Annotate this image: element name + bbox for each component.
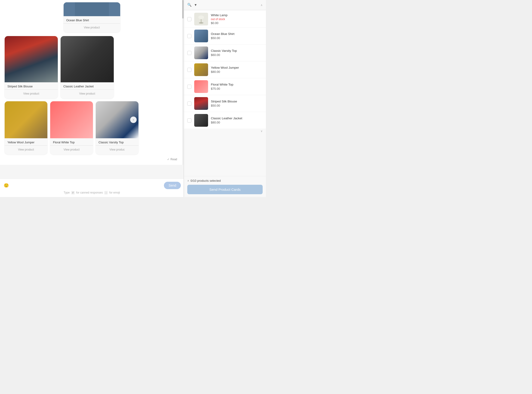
chat-empty-space <box>0 165 184 179</box>
card-divider-2 <box>5 89 58 90</box>
next-button[interactable]: › <box>130 117 137 123</box>
card-divider-3 <box>61 89 114 90</box>
product-card-leather-jacket: Classic Leather Jacket View product <box>61 36 114 98</box>
product-panel: 🔍 ▼ ∧ White Lamp out of stock <box>184 0 266 197</box>
leather-jacket-info-panel: Classic Leather Jacket $80.00 <box>211 117 263 124</box>
product-card-yellow-jumper: Yellow Wool Jumper View product <box>5 101 47 155</box>
product-row-2: Yellow Wool Jumper View product Floral W… <box>5 101 179 155</box>
striped-blouse-title: Striped Silk Blouse <box>7 85 55 88</box>
input-row: 🙂 Send <box>3 181 181 190</box>
leather-jacket-name: Classic Leather Jacket <box>211 117 263 120</box>
emoji-button[interactable]: 🙂 <box>3 182 10 189</box>
product-card-striped-blouse: Striped Silk Blouse View product <box>5 36 58 98</box>
lamp-svg <box>194 13 208 26</box>
search-icon[interactable]: 🔍 <box>187 3 192 7</box>
send-button[interactable]: Send <box>164 182 181 189</box>
white-lamp-name: White Lamp <box>211 13 263 17</box>
varsity-info: Classic Varsity Top $60.00 <box>211 49 263 57</box>
varsity-price: $60.00 <box>211 53 263 57</box>
varsity-top-view[interactable]: View produc <box>98 147 136 153</box>
product-row-1: Striped Silk Blouse View product Classic… <box>5 36 179 98</box>
checkbox-yellow-jumper[interactable] <box>187 68 191 72</box>
leather-jacket-price: $80.00 <box>211 121 263 124</box>
panel-footer: ∧ 0/10 products selected Send Product Ca… <box>184 176 266 197</box>
thumb-white-lamp <box>194 13 208 26</box>
checkbox-floral-top[interactable] <box>187 85 191 89</box>
thumb-varsity <box>194 47 208 59</box>
striped-blouse-price: $50.00 <box>211 104 263 107</box>
ocean-shirt-info: Ocean Blue Shirt $50.00 <box>211 32 263 40</box>
ocean-shirt-view-partial[interactable]: View product <box>66 25 118 31</box>
product-list[interactable]: White Lamp out of stock $0.00 Ocean Blue… <box>184 10 266 176</box>
product-card-varsity-top: › Classic Varsity Top View produc <box>96 101 139 155</box>
varsity-top-title: Classic Varsity Top <box>98 140 136 144</box>
leather-jacket-info: Classic Leather Jacket View product <box>61 82 114 98</box>
hash-code: # <box>71 191 75 194</box>
yellow-jumper-image <box>5 101 47 138</box>
card-divider-6 <box>96 145 139 146</box>
striped-blouse-info: Striped Silk Blouse View product <box>5 82 58 98</box>
card-divider-5 <box>50 145 93 146</box>
chat-panel: Ocean Blue Shirt View product Striped Si… <box>0 0 184 197</box>
thumb-floral-top <box>194 80 208 93</box>
striped-blouse-info-panel: Striped Silk Blouse $50.00 <box>211 100 263 107</box>
list-item-yellow-jumper[interactable]: Yellow Wool Jumper $80.00 <box>184 62 266 78</box>
checkbox-varsity[interactable] <box>187 51 191 55</box>
list-item-floral-top[interactable]: Floral White Top $75.00 <box>184 78 266 95</box>
checkbox-striped-blouse[interactable] <box>187 102 191 106</box>
chat-scroll-thumb[interactable] <box>182 0 184 19</box>
varsity-name: Classic Varsity Top <box>211 49 263 52</box>
checkbox-leather-jacket[interactable] <box>187 118 191 123</box>
svg-point-1 <box>198 16 204 19</box>
canned-hint: Type # for canned responses : for emoji <box>3 190 181 195</box>
list-scroll-down[interactable]: ∨ <box>184 129 266 133</box>
colon-code: : <box>104 191 108 194</box>
leather-jacket-image <box>61 36 114 82</box>
ocean-shirt-name: Ocean Blue Shirt <box>211 32 263 36</box>
floral-top-image <box>50 101 93 138</box>
chat-scrollbar[interactable] <box>182 0 184 165</box>
yellow-jumper-name: Yellow Wool Jumper <box>211 66 263 69</box>
yellow-jumper-info-panel: Yellow Wool Jumper $80.00 <box>211 66 263 73</box>
chat-input-area: 🙂 Send Type # for canned responses : for… <box>0 179 184 197</box>
list-item-ocean-shirt[interactable]: Ocean Blue Shirt $50.00 <box>184 28 266 44</box>
yellow-jumper-info: Yellow Wool Jumper View product <box>5 138 47 155</box>
white-lamp-info: White Lamp out of stock $0.00 <box>211 13 263 25</box>
thumb-striped-blouse <box>194 97 208 110</box>
scroll-up-arrow[interactable]: ∧ <box>261 3 263 7</box>
ocean-shirt-title-partial: Ocean Blue Shirt <box>66 19 118 22</box>
message-input[interactable] <box>11 181 162 190</box>
list-item-leather-jacket[interactable]: Classic Leather Jacket $80.00 <box>184 112 266 129</box>
list-item-white-lamp[interactable]: White Lamp out of stock $0.00 <box>184 11 266 27</box>
floral-top-title: Floral White Top <box>53 140 90 144</box>
list-item-striped-blouse[interactable]: Striped Silk Blouse $50.00 <box>184 95 266 112</box>
read-label: Read <box>170 158 177 161</box>
checkbox-ocean-shirt[interactable] <box>187 34 191 38</box>
list-item-varsity[interactable]: Classic Varsity Top $60.00 <box>184 45 266 61</box>
filter-icon[interactable]: ▼ <box>194 3 197 7</box>
products-selected: ∧ 0/10 products selected <box>187 179 263 182</box>
chat-scroll[interactable]: Ocean Blue Shirt View product Striped Si… <box>0 0 184 165</box>
selection-count: 0/10 products selected <box>191 179 221 182</box>
product-cards-container: Ocean Blue Shirt View product Striped Si… <box>5 2 179 157</box>
ocean-shirt-info-partial: Ocean Blue Shirt View product <box>64 16 120 32</box>
floral-top-view[interactable]: View product <box>53 147 90 153</box>
svg-rect-2 <box>201 19 201 23</box>
yellow-jumper-view[interactable]: View product <box>7 147 45 153</box>
floral-top-price: $75.00 <box>211 87 263 90</box>
thumb-leather-jacket <box>194 114 208 127</box>
thumb-yellow-jumper <box>194 63 208 76</box>
floral-top-info: Floral White Top View product <box>50 138 93 155</box>
send-product-cards-button[interactable]: Send Product Cards <box>187 185 263 194</box>
floral-top-info-panel: Floral White Top $75.00 <box>211 83 263 90</box>
product-card-ocean-partial: Ocean Blue Shirt View product <box>64 2 120 32</box>
striped-blouse-view[interactable]: View product <box>7 91 55 97</box>
varsity-top-info: Classic Varsity Top View produc <box>96 138 139 155</box>
chevron-up-icon[interactable]: ∧ <box>187 179 189 182</box>
checkbox-white-lamp[interactable] <box>187 17 191 21</box>
card-divider <box>64 23 120 24</box>
yellow-jumper-price: $80.00 <box>211 70 263 73</box>
product-card-floral-top: Floral White Top View product <box>50 101 93 155</box>
card-divider-4 <box>5 145 47 146</box>
leather-jacket-view[interactable]: View product <box>63 91 111 97</box>
